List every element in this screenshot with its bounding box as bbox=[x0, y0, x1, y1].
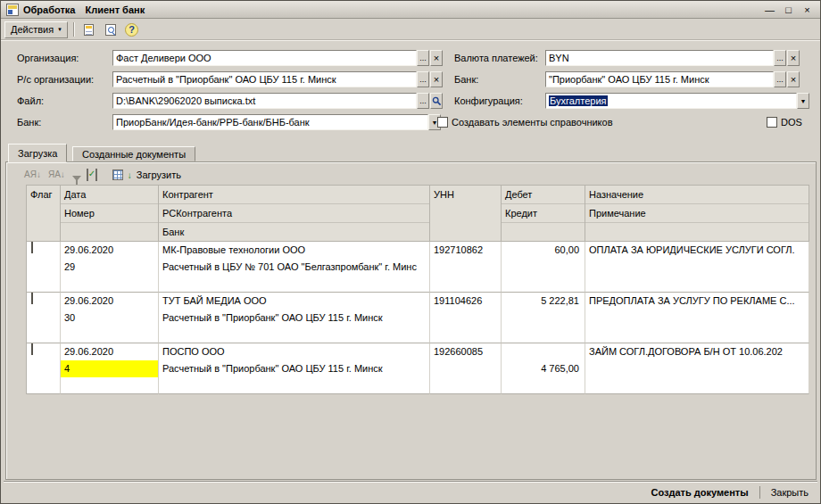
dos-row: DOS bbox=[767, 116, 802, 128]
actions-button[interactable]: Действия ▾ bbox=[4, 21, 68, 38]
config-combo[interactable]: Бухгалтерия bbox=[545, 93, 797, 109]
open-form-button[interactable] bbox=[80, 21, 98, 38]
bank-filter-combo[interactable]: ПриорБанк/Идея-банк/РРБ-банк/БНБ-банк bbox=[112, 114, 428, 130]
cell-rs[interactable]: Расчетный в "Приорбанк" ОАО ЦБУ 115 г. М… bbox=[159, 310, 429, 326]
close-button[interactable]: × bbox=[800, 3, 815, 16]
row-checkbox[interactable] bbox=[31, 343, 33, 355]
cell-bank[interactable] bbox=[159, 377, 429, 394]
browse-report-button[interactable] bbox=[102, 21, 120, 38]
cell-date[interactable]: 29.06.2020 bbox=[61, 242, 158, 259]
create-refs-checkbox[interactable] bbox=[437, 117, 448, 128]
window-title-part2: Клиент банк bbox=[85, 4, 145, 15]
organization-clear-button[interactable]: × bbox=[430, 50, 443, 66]
currency-input[interactable]: BYN bbox=[545, 50, 774, 66]
statement-table: Флаг Дата Номер Контрагент РСКонтрагента… bbox=[26, 185, 809, 394]
file-open-button[interactable] bbox=[430, 93, 443, 109]
maximize-button[interactable]: □ bbox=[781, 3, 796, 16]
cell-note[interactable] bbox=[585, 259, 809, 276]
cell-rs[interactable]: Расчетный в ЦБУ № 701 ОАО "Белгазпромбан… bbox=[159, 259, 429, 276]
organization-input[interactable]: Фаст Деливери ООО bbox=[112, 50, 417, 66]
organization-browse-button[interactable]: ... bbox=[417, 50, 429, 66]
cell-unn[interactable]: 192710862 bbox=[430, 242, 501, 259]
bank-clear-button[interactable]: × bbox=[787, 71, 800, 87]
cell-credit[interactable] bbox=[502, 259, 585, 276]
currency-browse-button[interactable]: ... bbox=[774, 50, 786, 66]
cell-contragent[interactable]: МК-Правовые технологии ООО bbox=[159, 242, 429, 259]
cell-empty[interactable] bbox=[585, 276, 809, 293]
tab-created-documents[interactable]: Созданные документы bbox=[72, 146, 195, 161]
cell-bank[interactable] bbox=[159, 326, 429, 343]
create-documents-button[interactable]: Создать документы bbox=[648, 487, 751, 498]
file-input[interactable]: D:\BANK\29062020 выписка.txt bbox=[112, 93, 417, 109]
row-checkbox[interactable] bbox=[31, 242, 33, 253]
grid-toolbar: АЯ↓ ЯА↓ ✓ ↓ Загрузить bbox=[24, 167, 184, 183]
cell-note[interactable] bbox=[585, 310, 809, 326]
cell-credit[interactable] bbox=[502, 310, 585, 326]
cell-contragent[interactable]: ТУТ БАЙ МЕДИА ООО bbox=[159, 293, 429, 310]
config-dropdown-button[interactable]: ▼ bbox=[797, 93, 809, 109]
bank-label: Банк: bbox=[454, 71, 478, 87]
bank-input[interactable]: "Приорбанк" ОАО ЦБУ 115 г. Минск bbox=[545, 71, 774, 87]
check-all-button[interactable]: ✓ bbox=[87, 169, 88, 180]
check-icon: ✓ bbox=[88, 169, 95, 178]
sort-ascending-icon[interactable]: АЯ↓ bbox=[24, 170, 41, 179]
load-button-label: Загрузить bbox=[137, 169, 181, 180]
cell-purpose[interactable]: ОПЛАТА ЗА ЮРИДИЧЕСКИЕ УСЛУГИ СОГЛ. bbox=[585, 242, 809, 259]
cell-number-selected[interactable]: 4 bbox=[61, 360, 158, 377]
cell-empty[interactable] bbox=[502, 276, 585, 293]
cell-bank[interactable] bbox=[159, 276, 429, 293]
cell-debit[interactable]: 5 222,81 bbox=[502, 293, 585, 310]
help-button[interactable]: ? bbox=[123, 21, 141, 38]
col-purpose: ОПЛАТА ЗА ЮРИДИЧЕСКИЕ УСЛУГИ СОГЛ. bbox=[585, 242, 809, 293]
cell-purpose[interactable]: ПРЕДОПЛАТА ЗА УСЛУГУ ПО РЕКЛАМЕ С... bbox=[585, 293, 809, 310]
account-input[interactable]: Расчетный в "Приорбанк" ОАО ЦБУ 115 г. М… bbox=[112, 71, 417, 87]
cell-purpose[interactable]: ЗАЙМ СОГЛ.ДОГОВОРА Б/Н ОТ 10.06.202 bbox=[585, 343, 809, 360]
minimize-button[interactable]: — bbox=[762, 3, 777, 16]
header-col-unn: УНН bbox=[430, 186, 502, 242]
cell-debit[interactable] bbox=[502, 343, 585, 360]
col-amount: 60,00 bbox=[502, 242, 585, 293]
cell-number[interactable]: 29 bbox=[61, 259, 158, 276]
cell-empty[interactable] bbox=[585, 326, 809, 343]
header-amount-empty bbox=[502, 223, 585, 242]
dos-checkbox[interactable] bbox=[767, 117, 777, 128]
create-refs-label: Создавать элементы справочников bbox=[452, 117, 613, 128]
cell-empty[interactable] bbox=[502, 377, 585, 394]
cell-empty[interactable] bbox=[585, 377, 809, 394]
load-arrow-icon: ↓ bbox=[128, 170, 132, 180]
help-icon: ? bbox=[125, 23, 138, 37]
tab-load[interactable]: Загрузка bbox=[8, 144, 67, 162]
header-bank: Банк bbox=[159, 223, 429, 242]
row-checkbox[interactable] bbox=[31, 293, 33, 304]
account-clear-button[interactable]: × bbox=[430, 71, 443, 87]
sort-descending-icon[interactable]: ЯА↓ bbox=[48, 170, 65, 179]
header-note: Примечание bbox=[585, 204, 809, 223]
cell-debit[interactable]: 60,00 bbox=[502, 242, 585, 259]
check-sheet-icon: ✓ bbox=[87, 169, 88, 181]
cell-date[interactable]: 29.06.2020 bbox=[61, 343, 158, 360]
col-date: 29.06.2020 4 bbox=[61, 343, 159, 394]
cell-rs[interactable]: Расчетный в "Приорбанк" ОАО ЦБУ 115 г. М… bbox=[159, 360, 429, 377]
cell-contragent[interactable]: ПОСПО ООО bbox=[159, 343, 429, 360]
account-browse-button[interactable]: ... bbox=[417, 71, 429, 87]
cell-number[interactable]: 30 bbox=[61, 310, 158, 326]
cell-unn[interactable]: 192660085 bbox=[430, 343, 501, 360]
cell-unn[interactable]: 191104626 bbox=[430, 293, 501, 310]
cell-flag bbox=[27, 293, 61, 343]
cell-note[interactable] bbox=[585, 360, 809, 377]
footer-separator bbox=[759, 486, 760, 499]
load-table-icon bbox=[112, 169, 123, 180]
currency-clear-button[interactable]: × bbox=[787, 50, 800, 66]
cell-date[interactable]: 29.06.2020 bbox=[61, 293, 158, 310]
bank-browse-button[interactable]: ... bbox=[774, 71, 786, 87]
cell-empty[interactable] bbox=[61, 377, 158, 394]
close-form-button[interactable]: Закрыть bbox=[768, 487, 811, 498]
footer: Создать документы Закрыть bbox=[648, 484, 811, 500]
cell-empty[interactable] bbox=[61, 276, 158, 293]
file-browse-button[interactable]: ... bbox=[417, 93, 429, 109]
cell-empty[interactable] bbox=[502, 326, 585, 343]
cell-empty[interactable] bbox=[61, 326, 158, 343]
header-flag: Флаг bbox=[27, 186, 60, 242]
load-button[interactable]: ↓ Загрузить bbox=[110, 167, 184, 183]
cell-credit[interactable]: 4 765,00 bbox=[502, 360, 585, 377]
